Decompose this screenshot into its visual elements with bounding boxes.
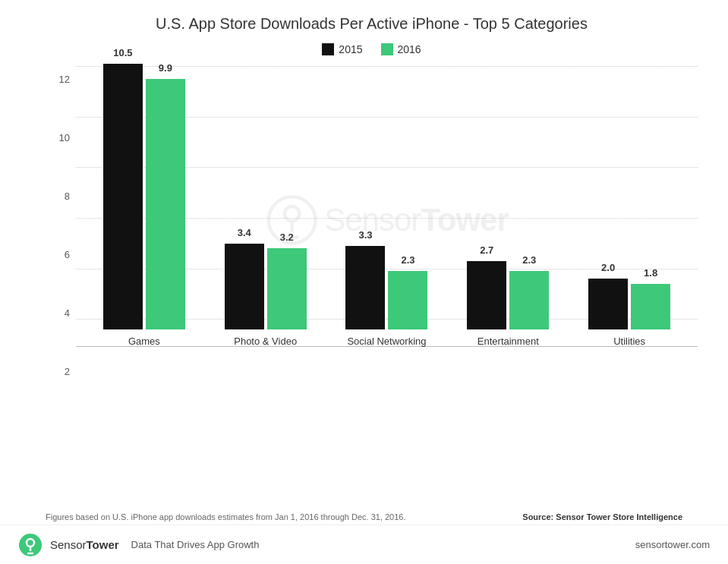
bar-social-2015: 3.3 <box>345 246 385 329</box>
y-label-6: 6 <box>65 249 70 260</box>
bar-label-games-2015: 10.5 <box>113 47 132 58</box>
y-label-12: 12 <box>59 74 70 85</box>
category-group-social: 3.3 2.3 Social Networking <box>345 246 427 347</box>
chart-title: U.S. App Store Downloads Per Active iPho… <box>46 15 698 33</box>
bars-row-social: 3.3 2.3 <box>345 246 427 329</box>
category-group-utilities: 2.0 1.8 Utilities <box>588 279 670 347</box>
bars-wrapper: 10.5 9.9 Games 3.4 <box>76 43 698 347</box>
footer-left: SensorTower Data That Drives App Growth <box>18 533 259 557</box>
category-label-social: Social Networking <box>347 336 426 347</box>
category-group-photo: 3.4 3.2 Photo & Video <box>225 244 307 347</box>
footer-brand-light: Sensor <box>50 538 87 551</box>
y-axis: 12 10 8 6 4 2 <box>46 74 76 377</box>
bar-label-social-2015: 3.3 <box>358 229 372 241</box>
bar-entertainment-2015: 2.7 <box>467 261 506 329</box>
footer-tagline: Data That Drives App Growth <box>131 539 260 550</box>
bar-label-photo-2015: 3.4 <box>238 227 251 238</box>
footnote-right: Source: Sensor Tower Store Intelligence <box>522 512 682 521</box>
bar-games-2016: 9.9 <box>146 79 185 329</box>
footnote-area: Figures based on U.S. iPhone app downloa… <box>0 506 728 525</box>
category-label-utilities: Utilities <box>613 336 645 347</box>
bars-row-utilities: 2.0 1.8 <box>588 279 670 329</box>
footer-brand-text: SensorTower <box>50 538 119 551</box>
y-label-4: 4 <box>65 307 70 319</box>
y-label-10: 10 <box>59 132 70 143</box>
category-label-games: Games <box>128 336 160 347</box>
y-label-8: 8 <box>65 191 70 202</box>
bars-row-games: 10.5 9.9 <box>103 64 185 329</box>
footnote-left: Figures based on U.S. iPhone app downloa… <box>46 512 406 521</box>
footer-brand: SensorTower <box>50 538 119 552</box>
bars-row-entertainment: 2.7 2.3 <box>467 261 549 329</box>
bar-social-2016: 2.3 <box>388 271 427 329</box>
category-label-photo: Photo & Video <box>234 336 297 347</box>
chart-area: 12 10 8 6 4 2 <box>46 66 698 415</box>
bar-utilities-2016: 1.8 <box>631 284 670 329</box>
plot-area: SensorTower 10.5 9.9 <box>76 66 698 385</box>
bar-label-utilities-2016: 1.8 <box>644 267 657 279</box>
bar-label-photo-2016: 3.2 <box>280 232 294 243</box>
category-group-games: 10.5 9.9 Games <box>103 64 185 347</box>
chart-container: U.S. App Store Downloads Per Active iPho… <box>0 0 728 564</box>
category-label-entertainment: Entertainment <box>477 336 539 347</box>
footer-bar: SensorTower Data That Drives App Growth … <box>0 525 728 564</box>
bar-photo-2016: 3.2 <box>267 248 307 329</box>
bar-label-games-2016: 9.9 <box>159 62 172 74</box>
bar-label-entertainment-2015: 2.7 <box>480 244 493 256</box>
bar-entertainment-2016: 2.3 <box>509 271 549 329</box>
y-label-2: 2 <box>65 366 70 377</box>
bar-label-social-2016: 2.3 <box>401 254 414 266</box>
category-group-entertainment: 2.7 2.3 Entertainment <box>467 261 549 347</box>
bar-utilities-2015: 2.0 <box>588 279 628 329</box>
footer-logo-icon <box>18 533 43 557</box>
bar-photo-2015: 3.4 <box>225 244 264 329</box>
bar-label-entertainment-2016: 2.3 <box>522 254 536 266</box>
bars-row-photo: 3.4 3.2 <box>225 244 307 329</box>
footer-url: sensortower.com <box>635 539 710 550</box>
chart-main: U.S. App Store Downloads Per Active iPho… <box>0 0 728 506</box>
bar-label-utilities-2015: 2.0 <box>601 262 615 273</box>
bar-games-2015: 10.5 <box>103 64 143 329</box>
footer-brand-bold: Tower <box>87 538 119 551</box>
